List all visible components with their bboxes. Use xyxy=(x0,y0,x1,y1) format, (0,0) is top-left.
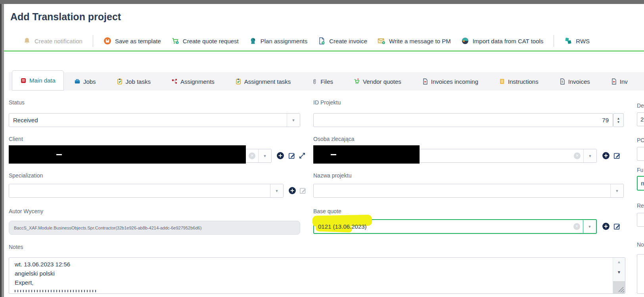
deadline-label: De xyxy=(637,102,644,109)
import-from-cat-tools-label: Import data from CAT tools xyxy=(473,38,544,44)
edit-base-quote-icon[interactable] xyxy=(613,222,621,230)
notes-scrollbar[interactable]: ▲ ▼ xyxy=(613,258,625,293)
tab-job-tasks[interactable]: Job tasks xyxy=(106,72,161,91)
add-base-quote-icon[interactable] xyxy=(602,222,610,230)
tab-assignment-tasks[interactable]: Assignment tasks xyxy=(225,72,301,91)
notes-textarea[interactable]: wt. 13.06.2023 12:56 angielski polski Ex… xyxy=(9,257,625,294)
chevron-down-icon[interactable]: ▼ xyxy=(287,114,300,127)
cart-plus-icon xyxy=(171,37,179,45)
chevron-down-icon[interactable]: ▼ xyxy=(610,184,623,197)
no-textarea[interactable] xyxy=(637,254,644,294)
rws-button[interactable]: RWS xyxy=(564,37,590,45)
tab-vendor-quotes[interactable]: Vendor quotes xyxy=(343,72,412,91)
clipboard-check-icon xyxy=(117,78,123,85)
chevron-down-icon[interactable]: ▼ xyxy=(270,184,283,197)
bell-icon xyxy=(23,37,31,45)
doc-red-arrow-icon xyxy=(422,78,428,85)
rws-label: RWS xyxy=(576,38,590,44)
create-notification-label: Create notification xyxy=(34,38,82,44)
spin-up-icon[interactable]: ▲ xyxy=(617,117,620,120)
clear-icon[interactable]: × xyxy=(249,152,255,159)
rws-logo-icon xyxy=(564,37,572,45)
edit-specialization-icon-disabled xyxy=(299,187,307,195)
notes-clipped-line xyxy=(15,290,96,292)
tab-label: Jobs xyxy=(83,78,96,85)
deadline-input[interactable]: 2 xyxy=(637,112,644,126)
org-tree-icon xyxy=(171,78,178,85)
resize-grip[interactable] xyxy=(618,286,624,293)
create-invoice-label: Create invoice xyxy=(329,38,367,44)
tab-invoices[interactable]: $ Invoices xyxy=(549,72,600,91)
specialization-dropdown[interactable]: ▼ xyxy=(9,184,284,198)
clipboard-check-icon xyxy=(235,78,242,85)
clear-icon[interactable]: × xyxy=(574,152,581,159)
toolbar-divider-line xyxy=(4,50,644,52)
nazwa-projektu-label: Nazwa projektu xyxy=(313,172,352,179)
osoba-redaction-box xyxy=(313,145,420,164)
tab-files[interactable]: Files xyxy=(301,72,343,91)
briefcase-icon xyxy=(74,78,80,85)
status-label: Status xyxy=(9,99,25,106)
import-from-cat-tools-button[interactable]: Import data from CAT tools xyxy=(461,37,544,45)
tab-label: Instructions xyxy=(508,78,539,85)
tab-instructions[interactable]: Instructions xyxy=(489,72,549,91)
client-label: Client xyxy=(9,136,23,142)
chevron-down-icon[interactable]: ▼ xyxy=(583,220,596,233)
edit-osoba-icon[interactable] xyxy=(613,152,621,160)
import-sphere-icon xyxy=(461,37,469,45)
redaction-dash xyxy=(331,154,336,155)
spin-down-icon[interactable]: ▼ xyxy=(617,120,620,124)
tab-assignments[interactable]: Assignments xyxy=(161,72,225,91)
base-quote-value: 0121 (13.06.2023) xyxy=(314,223,573,230)
tab-label: Main data xyxy=(29,77,56,84)
add-osoba-icon[interactable] xyxy=(602,152,610,160)
no-label: No xyxy=(637,241,644,248)
toolbar-separator xyxy=(93,35,93,47)
add-specialization-icon[interactable] xyxy=(288,187,296,195)
client-redaction-box xyxy=(9,145,246,164)
chevron-down-icon[interactable]: ▼ xyxy=(258,149,271,162)
tab-label: Job tasks xyxy=(126,78,151,85)
tab-label: Files xyxy=(320,78,333,85)
scroll-up-icon[interactable]: ▲ xyxy=(613,260,625,264)
add-client-icon[interactable] xyxy=(276,152,284,160)
po-input[interactable] xyxy=(637,147,644,161)
plan-assignments-label: Plan assignments xyxy=(261,38,307,44)
orange-doc-icon xyxy=(499,78,505,85)
save-as-template-button[interactable]: Save as template xyxy=(104,37,161,45)
tab-invoices-incoming[interactable]: Invoices incoming xyxy=(412,72,489,91)
id-projektu-spinner[interactable]: ▲▼ xyxy=(613,113,624,127)
create-quote-request-label: Create quote request xyxy=(183,38,239,44)
base-quote-label: Base quote xyxy=(313,208,341,214)
status-value: Received xyxy=(9,117,287,123)
envelope-plus-icon xyxy=(378,37,385,45)
chevron-down-icon[interactable]: ▼ xyxy=(583,149,596,162)
notes-line: Expert, xyxy=(9,278,625,287)
autor-wyceny-label: Autor Wyceny xyxy=(9,208,43,214)
id-projektu-value: 79 xyxy=(314,117,613,123)
fu-input[interactable]: m xyxy=(637,176,644,191)
re-input[interactable] xyxy=(637,213,644,227)
tab-inv-clipped[interactable]: Inv xyxy=(600,72,638,91)
scroll-down-icon[interactable]: ▼ xyxy=(613,270,625,274)
create-quote-request-button[interactable]: Create quote request xyxy=(171,37,239,45)
create-invoice-button[interactable]: Create invoice xyxy=(318,37,367,45)
tab-label: Inv xyxy=(620,78,628,85)
edit-client-icon[interactable] xyxy=(288,152,296,160)
tab-label: Vendor quotes xyxy=(363,78,401,85)
tab-main-data[interactable]: Main data xyxy=(12,70,64,91)
doc-dollar-icon: $ xyxy=(559,78,565,85)
tab-jobs[interactable]: Jobs xyxy=(64,72,106,91)
write-message-to-pm-button[interactable]: Write a message to PM xyxy=(378,37,451,45)
nazwa-projektu-dropdown[interactable]: ▼ xyxy=(313,184,624,198)
expand-client-icon[interactable] xyxy=(298,152,306,160)
plan-assignments-button[interactable]: Plan assignments xyxy=(249,37,307,45)
status-dropdown[interactable]: Received ▼ xyxy=(9,113,300,127)
create-notification-button[interactable]: Create notification xyxy=(23,37,82,45)
cart-icon xyxy=(354,78,360,85)
tab-label: Invoices incoming xyxy=(431,78,478,85)
id-projektu-input[interactable]: 79 xyxy=(313,113,613,127)
fu-label: Fu xyxy=(637,167,643,173)
clear-icon[interactable]: × xyxy=(573,223,580,230)
window-chrome-left xyxy=(0,4,4,297)
